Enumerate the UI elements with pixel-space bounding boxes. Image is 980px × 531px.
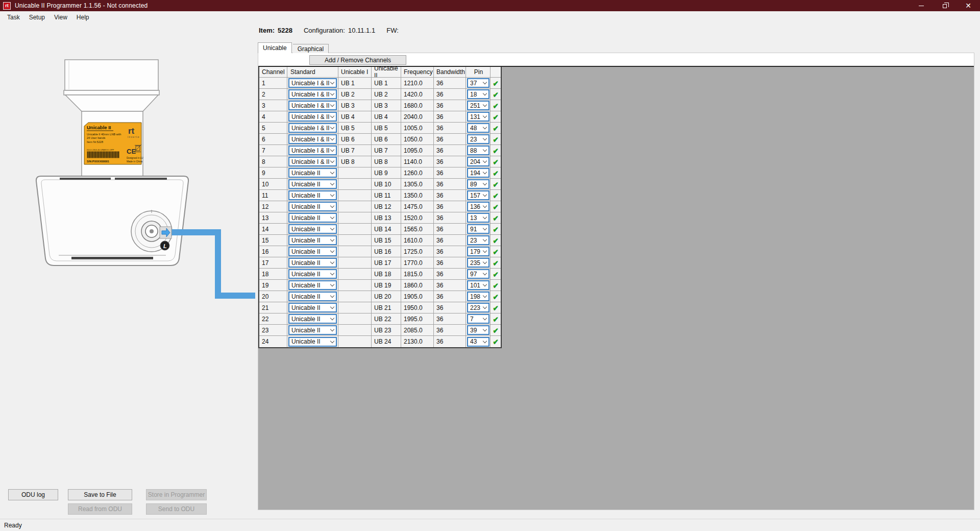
pin-dropdown[interactable]: 89 — [467, 179, 489, 189]
menu-setup[interactable]: Setup — [24, 12, 50, 22]
table-row: 16 Unicable II UB 16 1725.0 36 179 — [259, 246, 501, 257]
pin-dropdown[interactable]: 204 — [467, 157, 489, 166]
status-text: Ready — [4, 522, 22, 529]
unicable1-cell — [338, 280, 372, 291]
pin-dropdown[interactable]: 136 — [467, 202, 489, 211]
table-row: 24 Unicable II UB 24 2130.0 36 43 — [259, 336, 501, 347]
channel-cell: 8 — [259, 156, 287, 167]
connector-highlight-line — [171, 232, 255, 296]
standard-dropdown[interactable]: Unicable II — [288, 269, 337, 279]
pin-dropdown[interactable]: 39 — [467, 325, 489, 335]
restore-button[interactable] — [933, 0, 957, 11]
label-line1: Unicable II 40mm LNB with — [87, 133, 121, 136]
standard-dropdown[interactable]: Unicable II — [288, 314, 337, 324]
pin-dropdown[interactable]: 198 — [467, 292, 489, 301]
pin-dropdown[interactable]: 88 — [467, 146, 489, 155]
pin-cell: 89 — [466, 179, 491, 190]
standard-dropdown[interactable]: Unicable I & II — [288, 123, 337, 133]
label-line2: 24 User bands — [87, 136, 106, 139]
chevron-down-icon — [330, 91, 334, 95]
standard-dropdown[interactable]: Unicable II — [288, 280, 337, 290]
menu-task[interactable]: Task — [3, 12, 24, 22]
pin-dropdown[interactable]: 223 — [467, 303, 489, 312]
pin-dropdown[interactable]: 13 — [467, 213, 489, 223]
standard-dropdown[interactable]: Unicable I & II — [288, 112, 337, 122]
standard-dropdown[interactable]: Unicable II — [288, 190, 337, 200]
pin-dropdown[interactable]: 7 — [467, 314, 489, 324]
pin-dropdown[interactable]: 23 — [467, 134, 489, 144]
save-to-file-button[interactable]: Save to File — [68, 489, 132, 500]
configuration-value: 10.11.1.1 — [348, 27, 375, 34]
chevron-down-icon — [483, 148, 487, 152]
standard-dropdown[interactable]: Unicable II — [288, 168, 337, 178]
chevron-down-icon — [330, 103, 334, 107]
frequency-cell: 1950.0 — [401, 302, 434, 313]
minimize-button[interactable] — [910, 0, 933, 11]
unicable1-cell — [338, 224, 372, 235]
channel-cell: 16 — [259, 246, 287, 257]
standard-dropdown[interactable]: Unicable I & II — [288, 89, 337, 99]
standard-dropdown[interactable]: Unicable II — [288, 292, 337, 301]
row-valid-cell — [491, 190, 501, 201]
odu-log-button[interactable]: ODU log — [8, 489, 58, 500]
unicable2-cell: UB 16 — [372, 246, 401, 257]
pin-dropdown[interactable]: 179 — [467, 247, 489, 256]
standard-dropdown[interactable]: Unicable I & II — [288, 78, 337, 88]
pin-dropdown[interactable]: 48 — [467, 123, 489, 133]
pin-dropdown[interactable]: 37 — [467, 78, 489, 88]
standard-dropdown[interactable]: Unicable II — [288, 325, 337, 335]
standard-dropdown[interactable]: Unicable II — [288, 247, 337, 256]
add-remove-channels-button[interactable]: Add / Remove Channels — [309, 55, 406, 65]
table-row: 5 Unicable I & II UB 5 UB 5 1005.0 36 48 — [259, 123, 501, 134]
standard-dropdown[interactable]: Unicable II — [288, 337, 337, 347]
pin-dropdown[interactable]: 97 — [467, 269, 489, 279]
bandwidth-cell: 36 — [434, 235, 466, 246]
pin-dropdown[interactable]: 23 — [467, 235, 489, 245]
pin-cell: 223 — [466, 302, 491, 313]
standard-cell: Unicable I & II — [287, 145, 338, 156]
standard-dropdown[interactable]: Unicable I & II — [288, 101, 337, 110]
standard-dropdown[interactable]: Unicable II — [288, 224, 337, 234]
menu-help[interactable]: Help — [72, 12, 94, 22]
unicable1-cell — [338, 313, 372, 325]
pin-dropdown[interactable]: 18 — [467, 89, 489, 99]
standard-dropdown[interactable]: Unicable II — [288, 213, 337, 223]
pin-dropdown[interactable]: 101 — [467, 280, 489, 290]
check-icon — [493, 248, 499, 256]
standard-cell: Unicable II — [287, 246, 338, 257]
standard-cell: Unicable II — [287, 280, 338, 291]
pin-dropdown[interactable]: 235 — [467, 258, 489, 268]
unicable1-cell — [338, 212, 372, 224]
tab-graphical[interactable]: Graphical — [293, 44, 329, 53]
pin-dropdown[interactable]: 251 — [467, 101, 489, 110]
chevron-down-icon — [330, 305, 334, 309]
standard-dropdown[interactable]: Unicable II — [288, 202, 337, 211]
standard-dropdown[interactable]: Unicable I & II — [288, 146, 337, 155]
table-row: 17 Unicable II UB 17 1770.0 36 235 — [259, 257, 501, 269]
menu-view[interactable]: View — [50, 12, 72, 22]
standard-dropdown[interactable]: Unicable II — [288, 235, 337, 245]
pin-cell: 91 — [466, 224, 491, 235]
chevron-down-icon — [483, 339, 487, 343]
chevron-down-icon — [483, 170, 487, 174]
lnb-device-image: Unicable II Unicable II 40mm LNB with 24… — [28, 51, 263, 306]
pin-dropdown[interactable]: 131 — [467, 112, 489, 122]
tab-unicable[interactable]: Unicable — [258, 42, 292, 53]
standard-dropdown[interactable]: Unicable II — [288, 303, 337, 312]
standard-dropdown[interactable]: Unicable II — [288, 258, 337, 268]
row-valid-cell — [491, 212, 501, 224]
standard-dropdown[interactable]: Unicable I & II — [288, 134, 337, 144]
pin-dropdown[interactable]: 157 — [467, 190, 489, 200]
pin-dropdown[interactable]: 194 — [467, 168, 489, 178]
standard-cell: Unicable II — [287, 257, 338, 269]
standard-dropdown[interactable]: Unicable II — [288, 179, 337, 189]
bandwidth-cell: 36 — [434, 134, 466, 145]
frequency-cell: 1565.0 — [401, 224, 434, 235]
close-button[interactable]: ✕ — [957, 0, 980, 11]
standard-dropdown[interactable]: Unicable I & II — [288, 157, 337, 166]
pin-dropdown[interactable]: 43 — [467, 337, 489, 347]
table-row: 7 Unicable I & II UB 7 UB 7 1095.0 36 88 — [259, 145, 501, 156]
tab-strip: Unicable Graphical — [258, 42, 329, 53]
check-icon — [493, 259, 499, 267]
pin-dropdown[interactable]: 91 — [467, 224, 489, 234]
